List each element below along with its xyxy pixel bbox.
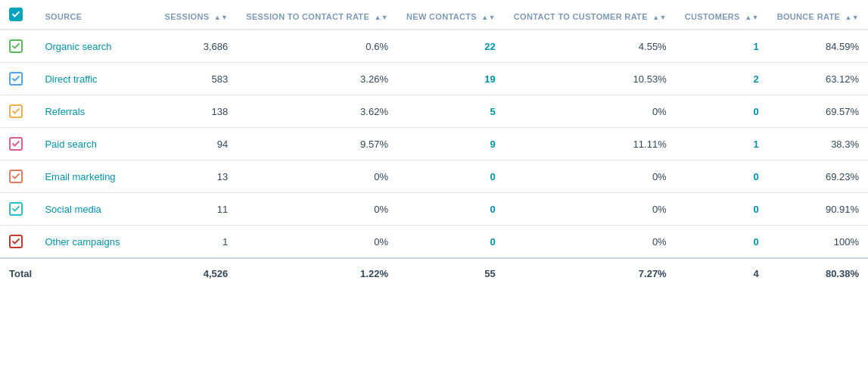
row-checkbox[interactable] <box>9 137 23 151</box>
row-checkbox[interactable] <box>9 202 23 216</box>
total-new-contacts: 55 <box>397 258 505 288</box>
table-row: Organic search3,6860.6%224.55%184.59% <box>0 30 868 63</box>
sessions-sort-icon: ▲▼ <box>214 14 228 21</box>
table-row: Direct traffic5833.26%1910.53%263.12% <box>0 63 868 95</box>
source-link[interactable]: Other campaigns <box>45 236 120 248</box>
new-contacts-sort-icon: ▲▼ <box>481 14 495 21</box>
c2c-sort-icon: ▲▼ <box>652 14 666 21</box>
customers-cell: 0 <box>676 95 768 128</box>
bounce-rate-cell: 38.3% <box>768 128 868 160</box>
table-row: Email marketing130%00%069.23% <box>0 160 868 193</box>
source-link[interactable]: Paid search <box>45 139 97 150</box>
sessions-column-header[interactable]: SESSIONS ▲▼ <box>149 0 237 30</box>
source-link[interactable]: Direct traffic <box>45 73 97 85</box>
new-contacts-column-header[interactable]: NEW CONTACTS ▲▼ <box>397 0 505 30</box>
s2c-rate-cell: 0% <box>237 193 397 226</box>
customers-cell: 2 <box>676 63 768 95</box>
table-row: Referrals1383.62%50%069.57% <box>0 95 868 128</box>
sessions-cell: 1 <box>149 226 237 259</box>
bounce-rate-cell: 69.23% <box>768 160 868 193</box>
new-contacts-cell: 0 <box>397 226 505 259</box>
c2c-rate-cell: 0% <box>505 95 676 128</box>
total-c2c-rate: 7.27% <box>505 258 676 288</box>
row-checkbox[interactable] <box>9 39 23 53</box>
new-contacts-cell: 5 <box>397 95 505 128</box>
select-all-checkbox[interactable] <box>9 8 23 21</box>
source-link[interactable]: Referrals <box>45 106 85 117</box>
bounce-rate-cell: 100% <box>768 226 868 259</box>
table-row: Social media110%00%090.91% <box>0 193 868 226</box>
c2c-rate-cell: 10.53% <box>505 63 676 95</box>
new-contacts-cell: 0 <box>397 193 505 226</box>
c2c-rate-cell: 0% <box>505 226 676 259</box>
sessions-cell: 138 <box>149 95 237 128</box>
total-bounce-rate: 80.38% <box>768 258 868 288</box>
row-checkbox[interactable] <box>9 72 23 86</box>
totals-label: Total <box>9 268 32 279</box>
bounce-rate-cell: 63.12% <box>768 63 868 95</box>
sessions-cell: 13 <box>149 160 237 193</box>
sessions-cell: 94 <box>149 128 237 160</box>
c2c-rate-cell: 0% <box>505 160 676 193</box>
s2c-rate-cell: 3.62% <box>237 95 397 128</box>
customers-cell: 0 <box>676 226 768 259</box>
totals-row: Total 4,526 1.22% 55 7.27% 4 80.38% <box>0 258 868 288</box>
customers-cell: 0 <box>676 193 768 226</box>
analytics-table: SOURCE SESSIONS ▲▼ SESSION TO CONTACT RA… <box>0 0 868 288</box>
sessions-cell: 583 <box>149 63 237 95</box>
table-row: Paid search949.57%911.11%138.3% <box>0 128 868 160</box>
customers-column-header[interactable]: CUSTOMERS ▲▼ <box>676 0 768 30</box>
s2c-rate-cell: 0.6% <box>237 30 397 63</box>
row-checkbox[interactable] <box>9 170 23 183</box>
sessions-cell: 11 <box>149 193 237 226</box>
total-customers: 4 <box>676 258 768 288</box>
new-contacts-cell: 9 <box>397 128 505 160</box>
new-contacts-cell: 19 <box>397 63 505 95</box>
customers-cell: 0 <box>676 160 768 193</box>
total-sessions: 4,526 <box>149 258 237 288</box>
sessions-cell: 3,686 <box>149 30 237 63</box>
c2c-rate-cell: 4.55% <box>505 30 676 63</box>
row-checkbox[interactable] <box>9 104 23 118</box>
bounce-rate-cell: 69.57% <box>768 95 868 128</box>
table-row: Other campaigns10%00%0100% <box>0 226 868 259</box>
s2c-rate-cell: 0% <box>237 226 397 259</box>
c2c-rate-cell: 0% <box>505 193 676 226</box>
c2c-rate-column-header[interactable]: CONTACT TO CUSTOMER RATE ▲▼ <box>505 0 676 30</box>
source-column-header: SOURCE <box>36 0 149 30</box>
source-link[interactable]: Social media <box>45 204 101 215</box>
s2c-sort-icon: ▲▼ <box>374 14 387 21</box>
s2c-rate-column-header[interactable]: SESSION TO CONTACT RATE ▲▼ <box>237 0 397 30</box>
c2c-rate-cell: 11.11% <box>505 128 676 160</box>
total-s2c-rate: 1.22% <box>237 258 397 288</box>
row-checkbox[interactable] <box>9 235 23 248</box>
customers-sort-icon: ▲▼ <box>745 14 758 21</box>
bounce-rate-column-header[interactable]: BOUNCE RATE ▲▼ <box>768 0 868 30</box>
source-link[interactable]: Email marketing <box>45 171 115 182</box>
s2c-rate-cell: 9.57% <box>237 128 397 160</box>
s2c-rate-cell: 3.26% <box>237 63 397 95</box>
source-link[interactable]: Organic search <box>45 41 111 52</box>
new-contacts-cell: 0 <box>397 160 505 193</box>
bounce-sort-icon: ▲▼ <box>845 14 859 21</box>
customers-cell: 1 <box>676 30 768 63</box>
s2c-rate-cell: 0% <box>237 160 397 193</box>
bounce-rate-cell: 90.91% <box>768 193 868 226</box>
new-contacts-cell: 22 <box>397 30 505 63</box>
bounce-rate-cell: 84.59% <box>768 30 868 63</box>
customers-cell: 1 <box>676 128 768 160</box>
